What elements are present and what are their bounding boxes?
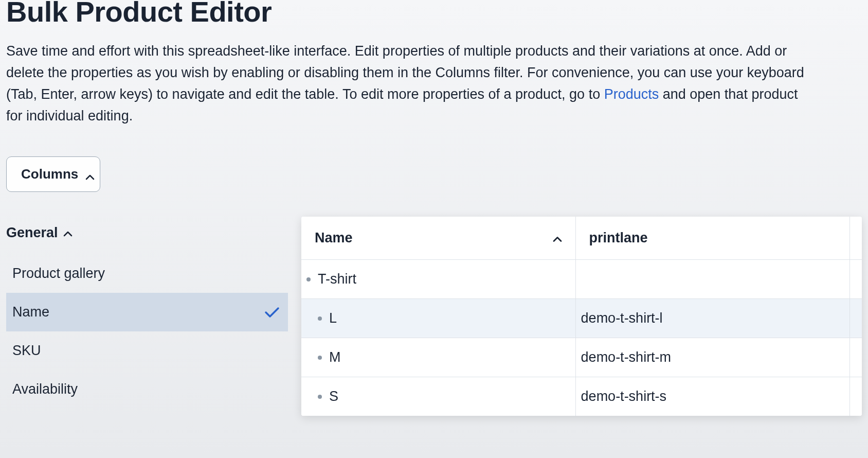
cell-extra bbox=[849, 338, 862, 377]
column-header-label: Name bbox=[315, 230, 353, 245]
check-icon bbox=[264, 306, 280, 319]
sidebar-item-availability[interactable]: Availability bbox=[6, 370, 288, 409]
bullet-icon bbox=[306, 277, 311, 281]
cell-name-value: M bbox=[329, 349, 341, 365]
table-row[interactable]: L demo-t-shirt-l bbox=[301, 299, 862, 338]
cell-extra bbox=[849, 299, 862, 338]
cell-extra bbox=[849, 260, 862, 299]
sidebar-item-sku[interactable]: SKU bbox=[6, 331, 288, 370]
bullet-icon bbox=[318, 395, 322, 399]
sidebar-group-general[interactable]: General bbox=[6, 217, 288, 254]
sidebar-item-label: Product gallery bbox=[12, 266, 105, 281]
sidebar-item-name[interactable]: Name bbox=[6, 293, 288, 331]
chevron-up-icon bbox=[63, 225, 73, 241]
page-description: Save time and effort with this spreadshe… bbox=[6, 41, 808, 127]
cell-name[interactable]: M bbox=[301, 338, 575, 377]
cell-printlane-value: demo-t-shirt-l bbox=[581, 310, 663, 326]
cell-printlane-value: demo-t-shirt-m bbox=[581, 349, 672, 365]
cell-printlane-value: demo-t-shirt-s bbox=[581, 389, 667, 404]
table-row[interactable]: T-shirt bbox=[301, 260, 862, 299]
columns-filter-button[interactable]: Columns bbox=[6, 156, 100, 192]
columns-label: Columns bbox=[21, 166, 78, 182]
products-link[interactable]: Products bbox=[604, 86, 659, 102]
column-header-label: printlane bbox=[589, 230, 648, 245]
cell-name[interactable]: T-shirt bbox=[301, 260, 575, 299]
cell-name-value: T-shirt bbox=[318, 271, 356, 287]
column-header-name[interactable]: Name bbox=[301, 217, 575, 260]
sidebar-item-label: Availability bbox=[12, 381, 78, 397]
chevron-up-icon bbox=[553, 230, 562, 246]
product-table: Name printlane T-s bbox=[301, 217, 862, 416]
sidebar-item-product-gallery[interactable]: Product gallery bbox=[6, 254, 288, 293]
product-table-container: Name printlane T-s bbox=[301, 217, 862, 416]
cell-extra bbox=[849, 377, 862, 416]
cell-name-value: L bbox=[329, 310, 337, 326]
columns-sidebar: General Product gallery Name SKU Availab… bbox=[6, 217, 288, 409]
sidebar-item-label: SKU bbox=[12, 343, 41, 359]
table-row[interactable]: M demo-t-shirt-m bbox=[301, 338, 862, 377]
column-header-printlane[interactable]: printlane bbox=[575, 217, 849, 260]
cell-printlane[interactable]: demo-t-shirt-l bbox=[575, 299, 849, 338]
cell-name[interactable]: S bbox=[301, 377, 575, 416]
cell-printlane[interactable]: demo-t-shirt-s bbox=[575, 377, 849, 416]
cell-printlane[interactable] bbox=[575, 260, 849, 299]
cell-name-value: S bbox=[329, 389, 338, 404]
sidebar-item-label: Name bbox=[12, 304, 49, 320]
table-row[interactable]: S demo-t-shirt-s bbox=[301, 377, 862, 416]
cell-printlane[interactable]: demo-t-shirt-m bbox=[575, 338, 849, 377]
bullet-icon bbox=[318, 356, 322, 360]
column-header-extra bbox=[849, 217, 862, 260]
cell-name[interactable]: L bbox=[301, 299, 575, 338]
sidebar-group-label: General bbox=[6, 225, 58, 241]
bullet-icon bbox=[318, 316, 322, 321]
page-title: Bulk Product Editor bbox=[6, 0, 862, 28]
